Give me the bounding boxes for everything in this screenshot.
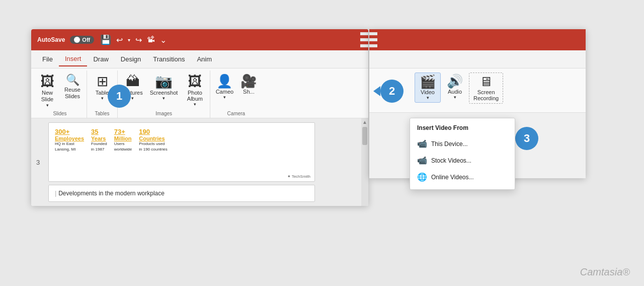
ribbon-content: 1 🖼 NewSlide ▾ 🔍 ReuseSlides Slides xyxy=(31,68,368,118)
cameo-arrow: ▾ xyxy=(223,95,226,100)
new-slide-button[interactable]: 🖼 NewSlide ▾ xyxy=(35,73,59,110)
tab-file[interactable]: File xyxy=(36,52,59,66)
right-panel-body: Insert Video From 📹 This Device... 📹 Sto… xyxy=(369,113,586,178)
audio-arrow: ▾ xyxy=(454,95,456,100)
photo-album-label: PhotoAlbum xyxy=(187,90,203,102)
cameo-icon: 👤 xyxy=(216,75,232,88)
tab-anim[interactable]: Anim xyxy=(191,52,218,66)
cameo-label: Cameo xyxy=(216,89,233,95)
undo-icon[interactable]: ↩ xyxy=(116,35,123,45)
stat-number-73: 73+ xyxy=(114,128,132,135)
stat-desc-users: Usersworldwide xyxy=(114,141,132,152)
screen-recording-icon: 🖥 xyxy=(479,75,493,88)
new-slide-label: NewSlide xyxy=(41,90,53,103)
stock-videos-item[interactable]: 📹 Stock Videos... xyxy=(410,152,515,169)
table-label: Table xyxy=(96,90,109,96)
online-videos-item[interactable]: 🌐 Online Videos... xyxy=(410,169,515,185)
new-slide-icon: 🖼 xyxy=(40,75,54,89)
tab-design[interactable]: Design xyxy=(115,52,147,66)
callout-3-number: 3 xyxy=(524,132,530,145)
slide-number: 3 xyxy=(36,159,40,166)
scroll-up-arrow[interactable]: ▲ xyxy=(362,118,367,125)
more-icon[interactable]: ⌄ xyxy=(160,35,167,45)
this-device-label: This Device... xyxy=(431,140,468,148)
table-icon: ⊞ xyxy=(97,75,108,89)
present-icon[interactable]: 📽 xyxy=(147,35,155,44)
sh-button[interactable]: 🎥 Sh... xyxy=(237,73,260,97)
stat-desc-hq: HQ in EastLansing, MI xyxy=(55,141,84,152)
audio-label: Audio xyxy=(448,89,462,95)
screen-recording-button[interactable]: 🖥 ScreenRecording xyxy=(469,73,503,104)
tab-insert[interactable]: Insert xyxy=(59,52,88,66)
scroll-thumb[interactable] xyxy=(362,127,367,145)
video-dropdown: Insert Video From 📹 This Device... 📹 Sto… xyxy=(410,118,515,190)
online-videos-icon: 🌐 xyxy=(417,172,427,182)
right-ribbon-content: 2 🎬 Video ▾ 🔊 Audio ▾ 🖥 Screen xyxy=(369,68,586,113)
stat-number-35: 35 xyxy=(91,128,107,135)
stock-videos-icon: 📹 xyxy=(417,156,427,165)
slide-thumbnail[interactable]: 300+ Employees HQ in EastLansing, MI 35 … xyxy=(48,122,315,182)
video-label: Video xyxy=(421,89,435,95)
tab-draw[interactable]: Draw xyxy=(87,52,114,66)
techsmith-logo: ✦ TechSmith xyxy=(287,174,310,179)
new-slide-arrow: ▾ xyxy=(46,103,49,108)
tables-group-label: Tables xyxy=(89,110,115,118)
right-title-bar xyxy=(369,29,586,50)
callout-2: 2 xyxy=(380,80,404,103)
stat-label-years: Years xyxy=(91,135,107,141)
video-button[interactable]: 🎬 Video ▾ xyxy=(415,73,441,103)
callout-2-number: 2 xyxy=(389,85,395,98)
stat-label-countries: Countries xyxy=(139,135,167,141)
this-device-icon: 📹 xyxy=(417,139,427,149)
ribbon-group-images: 🏔 Pictures ▾ 📷 Screenshot ▾ 🖼 PhotoAlbum… xyxy=(118,70,210,118)
screenshot-label: Screenshot xyxy=(150,90,178,96)
stat-label-million: Million xyxy=(114,135,132,141)
redo-icon[interactable]: ↪ xyxy=(135,35,142,45)
stat-desc-products: Products usedin 190 countries xyxy=(139,141,167,152)
photo-album-icon: 🖼 xyxy=(188,75,202,89)
slide-title-placeholder: | xyxy=(55,190,56,197)
screenshot-button[interactable]: 📷 Screenshot ▾ xyxy=(147,73,181,103)
photo-album-button[interactable]: 🖼 PhotoAlbum ▾ xyxy=(182,73,208,109)
scrollbar[interactable]: ▲ xyxy=(361,118,368,206)
stat-number-300: 300+ xyxy=(55,128,84,135)
callout-2-arrow xyxy=(373,86,380,96)
ribbon-tabs: File Insert Draw Design Transitions Anim xyxy=(31,50,368,68)
video-arrow: ▾ xyxy=(427,95,429,100)
tab-transitions[interactable]: Transitions xyxy=(147,52,191,66)
stat-label-employees: Employees xyxy=(55,135,84,141)
autosave-label: AutoSave xyxy=(37,36,65,43)
pictures-arrow: ▾ xyxy=(131,96,134,101)
dropdown-title: Insert Video From xyxy=(410,122,515,135)
slide-title-text: Developments in the modern workplace xyxy=(58,190,165,197)
pictures-icon: 🏔 xyxy=(126,75,140,89)
right-zigzag-left xyxy=(369,29,377,50)
stock-videos-label: Stock Videos... xyxy=(431,157,471,164)
screen-recording-label: ScreenRecording xyxy=(473,89,499,101)
zigzag-separator xyxy=(360,29,368,50)
slide-title-bar[interactable]: | Developments in the modern workplace xyxy=(48,185,315,202)
title-bar: AutoSave Off 💾 ↩ ▾ ↪ 📽 ⌄ xyxy=(31,29,368,50)
right-panel: 2 🎬 Video ▾ 🔊 Audio ▾ 🖥 Screen xyxy=(369,29,586,178)
this-device-item[interactable]: 📹 This Device... xyxy=(410,135,515,152)
toggle-label: Off xyxy=(82,37,90,43)
stat-card-million: 73+ Million Usersworldwide xyxy=(114,128,132,152)
reuse-slides-button[interactable]: 🔍 ReuseSlides xyxy=(60,73,85,102)
ribbon-group-slides: 🖼 NewSlide ▾ 🔍 ReuseSlides Slides xyxy=(33,70,87,118)
camera-group-label: Camera xyxy=(212,110,260,118)
callout-1-number: 1 xyxy=(116,90,122,103)
cameo-button[interactable]: 👤 Cameo ▾ xyxy=(212,73,236,102)
stat-card-countries: 190 Countries Products usedin 190 countr… xyxy=(139,128,167,152)
autosave-toggle[interactable]: Off xyxy=(70,36,94,44)
images-group-label: Images xyxy=(120,110,208,118)
audio-button[interactable]: 🔊 Audio ▾ xyxy=(443,73,467,102)
online-videos-label: Online Videos... xyxy=(431,174,474,181)
left-panel: AutoSave Off 💾 ↩ ▾ ↪ 📽 ⌄ File Insert Dra… xyxy=(31,29,368,206)
save-icon[interactable]: 💾 xyxy=(100,34,111,45)
screenshot-arrow: ▾ xyxy=(163,96,165,101)
slide-area: 3 300+ Employees HQ in EastLansing, MI 3… xyxy=(31,118,368,206)
audio-icon: 🔊 xyxy=(447,75,463,88)
screenshot-icon: 📷 xyxy=(155,75,173,89)
sh-label: Sh... xyxy=(243,89,255,95)
callout-1: 1 xyxy=(108,85,131,108)
